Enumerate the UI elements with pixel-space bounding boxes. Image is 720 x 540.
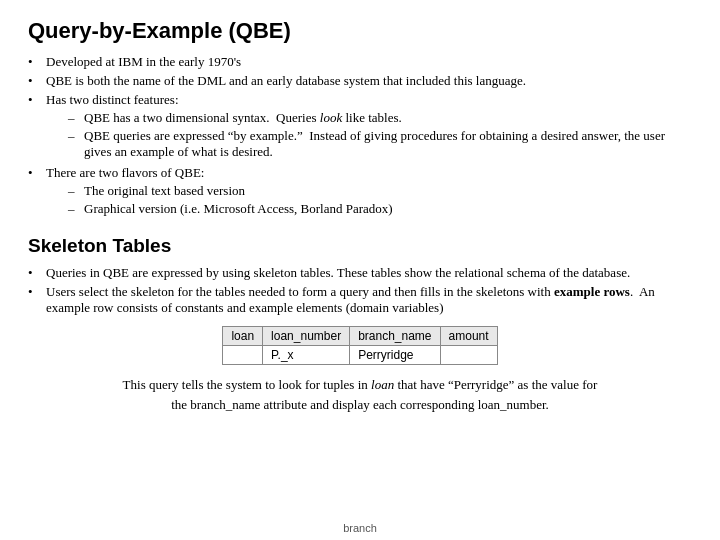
- s2-item-2-text: Users select the skeleton for the tables…: [46, 284, 692, 316]
- dash-4-1: –: [68, 183, 84, 199]
- bullet-1: •: [28, 54, 46, 70]
- caption-text: This query tells the system to look for …: [28, 375, 692, 414]
- bullet-3: •: [28, 92, 46, 108]
- sub-item-3-2: – QBE queries are expressed “by example.…: [46, 128, 692, 160]
- bullet-4: •: [28, 165, 46, 181]
- section2-title: Skeleton Tables: [28, 235, 692, 257]
- item-3-text: Has two distinct features: – QBE has a t…: [46, 92, 692, 162]
- item-4-text: There are two flavors of QBE: – The orig…: [46, 165, 692, 219]
- sub-item-3-2-text: QBE queries are expressed “by example.” …: [84, 128, 692, 160]
- cell-amount: [440, 346, 497, 365]
- dash-3-2: –: [68, 128, 84, 144]
- col-header-loan-number: loan_number: [263, 327, 350, 346]
- list-item-4: • There are two flavors of QBE: – The or…: [28, 165, 692, 219]
- footer-text: branch: [343, 522, 377, 534]
- col-header-branch-name: branch_name: [350, 327, 440, 346]
- item-2-text: QBE is both the name of the DML and an e…: [46, 73, 692, 89]
- dash-3-1: –: [68, 110, 84, 126]
- section2-bullet-list: • Queries in QBE are expressed by using …: [28, 265, 692, 316]
- s2-bullet-2: •: [28, 284, 46, 300]
- caption-line1: This query tells the system to look for …: [123, 377, 598, 392]
- list-item-1: • Developed at IBM in the early 1970's: [28, 54, 692, 70]
- sub-item-4-1: – The original text based version: [46, 183, 692, 199]
- col-header-amount: amount: [440, 327, 497, 346]
- skeleton-table-container: loan loan_number branch_name amount P._x…: [28, 326, 692, 365]
- sub-item-4-2-text: Graphical version (i.e. Microsoft Access…: [84, 201, 692, 217]
- item-1-text: Developed at IBM in the early 1970's: [46, 54, 692, 70]
- cell-branch-name: Perryridge: [350, 346, 440, 365]
- table-header-row: loan loan_number branch_name amount: [223, 327, 497, 346]
- sub-item-4-1-text: The original text based version: [84, 183, 692, 199]
- main-bullet-list: • Developed at IBM in the early 1970's •…: [28, 54, 692, 219]
- section2-item-1: • Queries in QBE are expressed by using …: [28, 265, 692, 281]
- caption-line2: the branch_name attribute and display ea…: [171, 397, 549, 412]
- cell-loan-number: P._x: [263, 346, 350, 365]
- sub-item-3-1: – QBE has a two dimensional syntax. Quer…: [46, 110, 692, 126]
- s2-item-1-text: Queries in QBE are expressed by using sk…: [46, 265, 692, 281]
- bullet-2: •: [28, 73, 46, 89]
- sub-list-4: – The original text based version – Grap…: [46, 183, 692, 217]
- cell-loan: [223, 346, 263, 365]
- s2-bullet-1: •: [28, 265, 46, 281]
- page-title: Query-by-Example (QBE): [28, 18, 692, 44]
- dash-4-2: –: [68, 201, 84, 217]
- col-header-loan: loan: [223, 327, 263, 346]
- footer: branch: [0, 522, 720, 534]
- list-item-2: • QBE is both the name of the DML and an…: [28, 73, 692, 89]
- sub-item-3-1-text: QBE has a two dimensional syntax. Querie…: [84, 110, 692, 126]
- list-item-3: • Has two distinct features: – QBE has a…: [28, 92, 692, 162]
- sub-item-4-2: – Graphical version (i.e. Microsoft Acce…: [46, 201, 692, 217]
- table-row: P._x Perryridge: [223, 346, 497, 365]
- section2-item-2: • Users select the skeleton for the tabl…: [28, 284, 692, 316]
- sub-list-3: – QBE has a two dimensional syntax. Quer…: [46, 110, 692, 160]
- skeleton-table: loan loan_number branch_name amount P._x…: [222, 326, 497, 365]
